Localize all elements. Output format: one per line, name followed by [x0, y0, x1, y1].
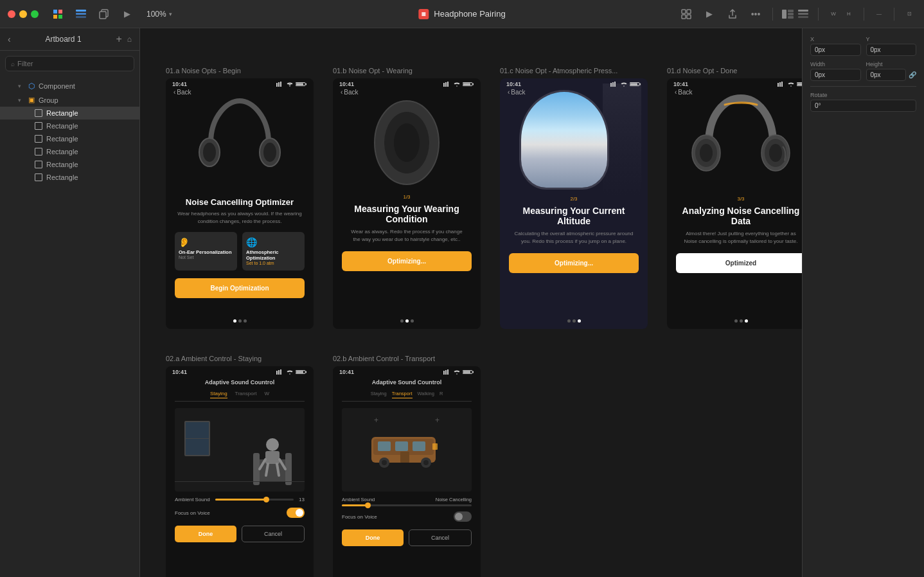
sidebar: ‹ Artboard 1 + ⌂ ⌕ ▾ ⬡ Component ▾ ▣ Gro…	[0, 28, 140, 577]
frame-01d[interactable]: 10:41 ‹ Back	[667, 78, 802, 329]
add-layer-button[interactable]: +	[116, 33, 121, 45]
layer-item-group[interactable]: ▾ ▣ Group	[0, 93, 139, 107]
begin-optimization-button[interactable]: Begin Optimization	[175, 278, 305, 298]
dot-2	[573, 319, 576, 323]
dot-1	[400, 319, 404, 323]
frame-02b-wrapper: 02.b Ambient Control - Transport 10:41 A…	[333, 355, 481, 577]
frame-02a-content: Adaptive Sound Countrol Staying Transpor…	[166, 366, 314, 542]
height-label: Height	[866, 61, 917, 67]
grid-view-icon[interactable]	[677, 5, 695, 23]
divider3	[864, 8, 864, 21]
cancel-button-02a[interactable]: Cancel	[242, 526, 305, 542]
back-nav-01c[interactable]: ‹ Back	[508, 89, 526, 96]
frame-02b[interactable]: 10:41 Adaptive Sound Countrol Sta	[333, 366, 481, 577]
slider-labels-02b: Ambient Sound Noise Cancelling	[342, 497, 472, 502]
layer-item-rect-1[interactable]: Rectangle	[0, 107, 139, 120]
size-icon-1[interactable]: W	[826, 7, 840, 21]
tab-transport[interactable]: Transport	[235, 391, 257, 398]
done-button-02a[interactable]: Done	[175, 526, 236, 542]
svg-rect-22	[280, 82, 281, 87]
frame-02a-wrapper: 02.a Ambient Control - Staying 10:41 Ada…	[166, 355, 314, 577]
present-icon[interactable]: ▶	[700, 5, 718, 23]
rotate-label: Rotate	[810, 92, 916, 98]
lock-icon[interactable]: 🔗	[909, 71, 916, 78]
frame-02a-label: 02.a Ambient Control - Staying	[166, 355, 314, 362]
layer-item-rect-3[interactable]: Rectangle	[0, 132, 139, 145]
layer-item-rect-2[interactable]: Rectangle	[0, 120, 139, 132]
layer-label: Group	[39, 96, 58, 104]
status-icons-02a	[276, 369, 307, 375]
back-button[interactable]: ‹	[8, 34, 11, 44]
dot-1	[233, 319, 236, 323]
optimizing-button-01b[interactable]: Optimizing...	[342, 251, 472, 271]
copy-icon[interactable]	[95, 5, 113, 23]
svg-rect-31	[443, 83, 445, 87]
time-01d: 10:41	[673, 81, 688, 87]
tab-staying[interactable]: Staying	[210, 391, 227, 398]
slider-thumb-02b[interactable]	[365, 502, 371, 508]
frame-01b[interactable]: 10:41 ‹ Back	[333, 78, 481, 329]
frame-01c[interactable]: 10:41 ‹ Back	[500, 78, 648, 329]
view-icon-1[interactable]	[781, 7, 795, 21]
frame-01a[interactable]: 10:41 ‹ Back	[166, 78, 314, 329]
traffic-light-minimize[interactable]	[19, 10, 27, 18]
home-icon[interactable]: ⌂	[127, 35, 132, 44]
zoom-control[interactable]: 100% ▾	[141, 7, 177, 21]
svg-point-51	[790, 85, 792, 87]
x-field: X 0px	[810, 36, 861, 56]
cancel-button-02b[interactable]: Cancel	[409, 529, 472, 546]
frame-01a-wrapper: 01.a Noise Opts - Begin 10:41 ‹	[166, 67, 314, 329]
layer-item-component[interactable]: ▾ ⬡ Component	[0, 79, 139, 93]
filter-input[interactable]	[17, 60, 129, 67]
layer-item-rect-4[interactable]: Rectangle	[0, 145, 139, 158]
dot-3	[745, 319, 748, 323]
layers-icon[interactable]	[72, 5, 90, 23]
size-icon-2[interactable]: H	[842, 7, 856, 21]
sidebar-header: ‹ Artboard 1 + ⌂	[0, 28, 139, 51]
width-value[interactable]: 0px	[810, 69, 861, 81]
tab-w[interactable]: W	[265, 391, 270, 398]
search-box[interactable]: ⌕	[5, 56, 134, 71]
toggle-02a[interactable]	[287, 508, 305, 518]
back-nav-01a[interactable]: ‹ Back	[173, 89, 191, 96]
traffic-light-maximize[interactable]	[31, 10, 39, 18]
toggle-02b[interactable]	[454, 511, 472, 522]
layer-item-rect-5[interactable]: Rectangle	[0, 158, 139, 171]
frame-01d-content: 3/3 Analyzing Noise Cancelling Data Almo…	[667, 196, 802, 273]
resize-icon[interactable]: ⊡	[902, 7, 916, 21]
y-value[interactable]: 0px	[866, 44, 917, 56]
tab-r-02b[interactable]: R	[440, 391, 443, 398]
frame-02a[interactable]: 10:41 Adaptive Sound Countrol Sta	[166, 366, 314, 577]
share-icon[interactable]	[724, 5, 742, 23]
view-icon-2[interactable]	[796, 7, 810, 21]
frame-01c-label: 01.c Noise Opt - Atmospheric Press...	[500, 67, 648, 75]
rotate-value[interactable]: 0°	[810, 100, 916, 112]
app-icon[interactable]	[49, 5, 67, 23]
x-value[interactable]: 0px	[810, 44, 861, 56]
play-icon[interactable]: ▶	[118, 5, 136, 23]
layer-item-rect-6[interactable]: Rectangle	[0, 171, 139, 184]
dot-3	[411, 319, 414, 323]
main-layout: ‹ Artboard 1 + ⌂ ⌕ ▾ ⬡ Component ▾ ▣ Gro…	[0, 28, 924, 577]
height-value[interactable]: 0px	[866, 69, 907, 81]
component-icon: ⬡	[28, 82, 35, 91]
back-nav-01d[interactable]: ‹ Back	[675, 89, 693, 96]
done-button-02b[interactable]: Done	[342, 529, 404, 546]
slider-track-02b[interactable]	[342, 504, 472, 506]
tab-staying-02b[interactable]: Staying	[371, 391, 387, 398]
ruler-icon[interactable]: —	[872, 7, 886, 21]
tab-walking-02b[interactable]: Walking	[418, 391, 434, 398]
status-icons-01b	[443, 82, 474, 87]
svg-rect-37	[463, 84, 470, 85]
back-nav-01b[interactable]: ‹ Back	[341, 89, 359, 96]
optimized-button[interactable]: Optimized	[676, 253, 802, 273]
optimizing-button-01c[interactable]: Optimizing...	[509, 253, 639, 273]
status-bar-02b: 10:41	[333, 366, 481, 378]
canvas[interactable]: 01.a Noise Opts - Begin 10:41 ‹	[140, 28, 802, 577]
traffic-light-close[interactable]	[8, 10, 15, 18]
dot-1	[734, 319, 738, 323]
more-options-icon[interactable]: •••	[747, 5, 765, 23]
slider-thumb-02a[interactable]	[263, 497, 269, 502]
slider-track-02a[interactable]	[215, 499, 294, 501]
tab-transport-02b[interactable]: Transport	[392, 391, 413, 398]
